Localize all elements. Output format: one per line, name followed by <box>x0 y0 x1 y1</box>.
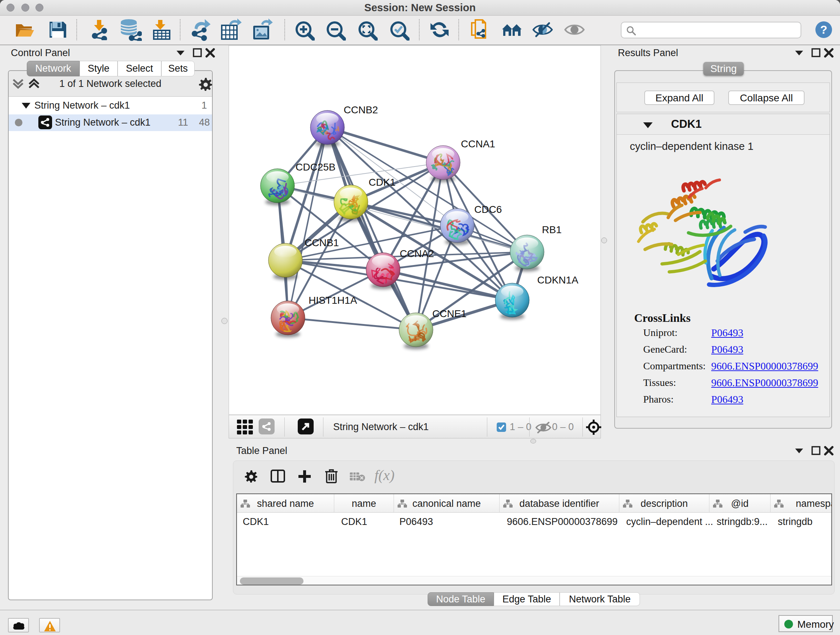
svg-text:CCNB2: CCNB2 <box>344 104 378 116</box>
svg-text:CDC25B: CDC25B <box>295 162 335 173</box>
svg-text:CCNE1: CCNE1 <box>432 308 467 319</box>
svg-text:CDK1: CDK1 <box>369 177 396 188</box>
svg-text:RB1: RB1 <box>542 224 561 235</box>
svg-text:CCNB1: CCNB1 <box>305 237 339 249</box>
svg-text:HIST1H1A: HIST1H1A <box>309 295 357 306</box>
svg-text:CDC6: CDC6 <box>474 204 502 215</box>
svg-text:CCNA2: CCNA2 <box>400 248 434 259</box>
svg-text:CCNA1: CCNA1 <box>461 138 495 149</box>
svg-text:CDKN1A: CDKN1A <box>537 274 578 286</box>
